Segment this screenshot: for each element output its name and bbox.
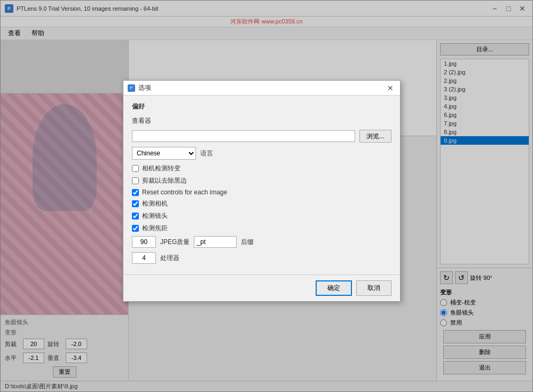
checkbox-detect-camera: 检测相机 xyxy=(132,199,391,208)
suffix-label: 后缀 xyxy=(241,238,254,247)
cancel-button[interactable]: 取消 xyxy=(356,280,391,296)
language-label: 语言 xyxy=(200,149,213,158)
checkbox-crop-input[interactable] xyxy=(132,177,139,184)
checkbox-crop: 剪裁以去除黑边 xyxy=(132,176,391,185)
viewer-input[interactable] xyxy=(132,130,355,142)
viewer-label: 查看器 xyxy=(132,116,159,126)
viewer-input-row: 浏览... xyxy=(132,130,391,143)
processor-label: 处理器 xyxy=(160,254,179,263)
dialog-title: 选项 xyxy=(138,83,385,92)
options-dialog: P 选项 ✕ 偏好 查看器 浏览... Chinese English Germ… xyxy=(123,80,401,302)
ok-button[interactable]: 确定 xyxy=(316,280,352,296)
checkbox-reset-label: Reset controls for each image xyxy=(142,189,227,196)
language-select[interactable]: Chinese English German French Japanese xyxy=(132,147,196,160)
checkbox-detect-lens: 检测镜头 xyxy=(132,211,391,221)
jpeg-quality-row: JPEG质量 后缀 xyxy=(132,236,391,248)
modal-backdrop: P 选项 ✕ 偏好 查看器 浏览... Chinese English Germ… xyxy=(0,0,533,392)
dialog-section-title: 偏好 xyxy=(132,102,391,111)
language-row: Chinese English German French Japanese 语… xyxy=(132,147,391,160)
checkbox-camera-detect-input[interactable] xyxy=(132,165,139,172)
checkbox-detect-focal-label: 检测焦距 xyxy=(142,224,168,233)
checkbox-detect-focal-input[interactable] xyxy=(132,225,139,232)
checkbox-reset: Reset controls for each image xyxy=(132,189,391,196)
processor-input[interactable] xyxy=(132,252,156,264)
dialog-title-bar: P 选项 ✕ xyxy=(123,81,400,96)
suffix-input[interactable] xyxy=(194,236,237,248)
checkbox-detect-camera-input[interactable] xyxy=(132,200,139,207)
checkbox-camera-detect-label: 相机检测转变 xyxy=(142,164,181,173)
jpeg-quality-input[interactable] xyxy=(132,236,156,248)
checkbox-reset-input[interactable] xyxy=(132,189,139,196)
checkbox-detect-lens-label: 检测镜头 xyxy=(142,211,168,221)
checkbox-camera-detect: 相机检测转变 xyxy=(132,164,391,173)
dialog-close-button[interactable]: ✕ xyxy=(385,83,396,93)
jpeg-quality-label: JPEG质量 xyxy=(160,238,190,247)
dialog-content: 偏好 查看器 浏览... Chinese English German Fren… xyxy=(123,96,400,275)
dialog-footer: 确定 取消 xyxy=(123,275,400,301)
dialog-icon: P xyxy=(128,84,135,92)
checkbox-detect-lens-input[interactable] xyxy=(132,213,139,219)
checkbox-crop-label: 剪裁以去除黑边 xyxy=(142,176,187,185)
viewer-row: 查看器 xyxy=(132,116,391,126)
browse-button[interactable]: 浏览... xyxy=(359,130,391,143)
processor-row: 处理器 xyxy=(132,252,391,264)
checkbox-detect-camera-label: 检测相机 xyxy=(142,199,168,208)
checkbox-detect-focal: 检测焦距 xyxy=(132,224,391,233)
